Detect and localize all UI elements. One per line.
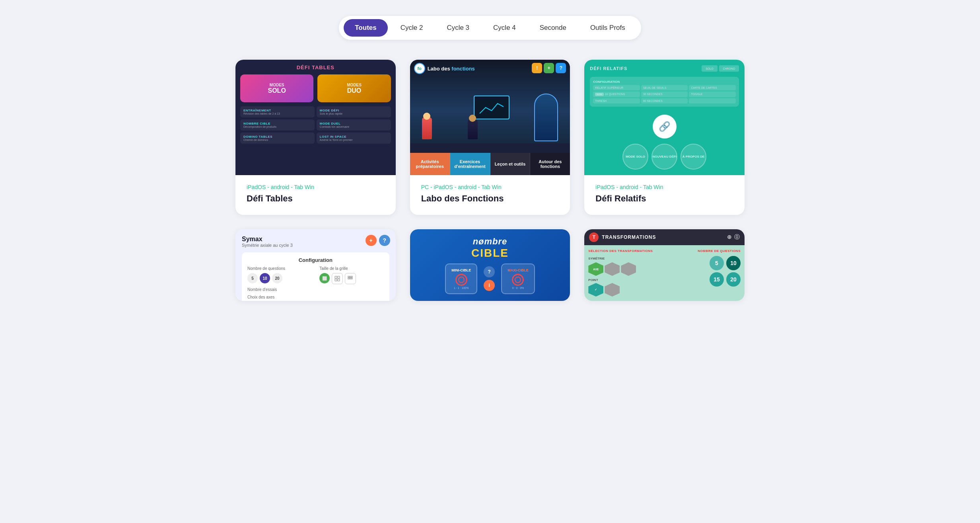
relatifs-config: CONFIGURATION RELATIF SUPÉRIEUR SEUIL DE… [590,77,739,107]
rel-mode-apropos[interactable]: À PROPOS DE [681,144,706,170]
config-cell-4: NON10 QUESTIONS [593,92,640,97]
grid-size-medium[interactable] [332,273,343,284]
solo-title: SOLO [268,87,286,94]
platforms-labo: PC - iPadOS - android - Tab Win [421,184,559,190]
relatifs-header: DÉFI RELATIFS SOLO CHRONO [590,65,739,72]
num-10[interactable]: 10 [726,256,741,270]
title-labo: Labo des Fonctions [421,193,559,204]
grid-size-active[interactable]: ⬜ [319,273,330,283]
mode-solo-card: MODES SOLO [240,74,313,102]
symax-plus-icon[interactable]: + [366,235,377,246]
nombre-cards-row: MINI-CIBLE 1 · 1 · 100% ? i MAXI-CIBLE [445,263,535,294]
card-defi-tables[interactable]: DÉFI TABLES MODES SOLO MODES DUO ENTRAÎN… [235,60,396,215]
tab-outils-profs[interactable]: Outils Profs [579,19,636,37]
link-icon: 🔗 [653,115,677,139]
transfo-title: TRANSFORMATIONS [602,234,656,240]
modes-row: MODES SOLO MODES DUO [240,74,391,102]
config-cell-8: 60 SECONDES [641,98,688,103]
transfo-icons: ⊕ ⓪ [727,234,740,241]
symax-config-row: Nombre de questions 5 10 20 Taille de la… [247,266,384,284]
svg-rect-0 [335,276,337,278]
thumbnail-labo: fo Labo des fonctions ! + ? [410,60,570,175]
card-labo-fonctions[interactable]: fo Labo des fonctions ! + ? [410,60,570,215]
nombre-title-block: nømbre CIBLE [471,236,509,260]
mini-cible-label: MINI-CIBLE [451,268,471,272]
config-cell-7: THRESH [593,98,640,103]
transfo-panel-right: NOMBRE DE QUESTIONS 5 10 15 20 [698,249,741,301]
thumbnail-symax: + ? Symax Symétrie axiale au cycle 3 Con… [235,229,396,301]
title-relatifs: Défi Relatifs [595,193,733,204]
mini-cible-card: MINI-CIBLE 1 · 1 · 100% [445,263,477,294]
card-body-relatifs: iPadOS - android - Tab Win Défi Relatifs [584,175,745,215]
labo-buttons-row: Activités préparatoires Exercices d'entr… [410,153,570,175]
labo-btn-autour[interactable]: Autour des fonctions [530,153,570,175]
labo-question-icon: ? [556,63,566,73]
labo-btn-lecon[interactable]: Leçon et outils [490,153,531,175]
config-cell-9 [689,98,736,103]
num-20[interactable]: 20 [726,272,741,287]
symax-questions-col: Nombre de questions 5 10 20 [247,266,311,284]
labo-btn-exercices[interactable]: Exercices d'entraînement [450,153,490,175]
symax-questions-label: Nombre de questions [247,266,311,271]
symax-config-box: Configuration Nombre de questions 5 10 2… [242,252,389,301]
defi-tables-header: DÉFI TABLES [240,64,391,70]
transfo-right-label: NOMBRE DE QUESTIONS [698,249,741,253]
card-defi-relatifs[interactable]: DÉFI RELATIFS SOLO CHRONO CONFIGURATION … [584,60,745,215]
symax-axes-label: Choix des axes [247,295,384,299]
symax-essais-label: Nombre d'essais [247,287,384,292]
option-domino: DOMINO TABLES Chemin de dominos [240,133,315,144]
svg-rect-5 [350,276,351,277]
transfo-panel-left: SÉLECTION DES TRANSFORMATIONS SYMÉTRIE A… [588,249,694,301]
title-defi-tables: Défi Tables [247,193,385,204]
symax-grid-col: Taille de la grille ⬜ [319,266,383,284]
transfo-t-icon: T [589,232,599,242]
nombre-top-title: nømbre [471,236,509,247]
svg-rect-1 [338,276,340,278]
transfo-plus-icon[interactable]: ⊕ [727,234,732,241]
filter-tabs: Toutes Cycle 2 Cycle 3 Cycle 4 Seconde O… [339,16,641,40]
thumbnail-defi-tables: DÉFI TABLES MODES SOLO MODES DUO ENTRAÎN… [235,60,396,175]
tab-toutes[interactable]: Toutes [344,19,387,37]
transfo-header: T TRANSFORMATIONS ⊕ ⓪ [584,229,745,245]
symax-icons: + ? [366,235,390,246]
tab-seconde[interactable]: Seconde [529,19,578,37]
platforms-defi-tables: iPadOS - android - Tab Win [247,184,385,190]
config-label: CONFIGURATION [593,80,736,84]
config-cell-3: CARTE DE CARTES [689,85,736,90]
option-10[interactable]: 10 [260,273,270,283]
num-row-2: 15 20 [710,272,741,287]
labo-btn-activites[interactable]: Activités préparatoires [410,153,450,175]
solo-label: MODES [270,83,284,87]
option-mode-duel: MODE DUEL Combats ton adversaire [317,119,391,131]
transfo-left-label: SÉLECTION DES TRANSFORMATIONS [588,249,694,253]
defi-tables-title: DÉFI TABLES [297,64,334,70]
mode-duo-card: MODES DUO [317,74,391,102]
transfo-question-icon[interactable]: ⓪ [734,234,740,241]
config-rows: RELATIF SUPÉRIEUR SEUIL DE SEUILS CARTE … [593,85,736,103]
grid-size-large[interactable] [345,273,356,284]
card-body-defi-tables: iPadOS - android - Tab Win Défi Tables [235,175,396,215]
card-transformations[interactable]: T TRANSFORMATIONS ⊕ ⓪ SÉLECTION DES TRAN… [584,229,745,301]
card-nombre-cible[interactable]: nømbre CIBLE MINI-CIBLE 1 · 1 · 100% ? [410,229,570,301]
platforms-relatifs: iPadOS - android - Tab Win [595,184,733,190]
transfo-content: SÉLECTION DES TRANSFORMATIONS SYMÉTRIE A… [584,245,745,301]
tab-cycle4[interactable]: Cycle 4 [482,19,527,37]
relatifs-center: 🔗 [653,115,677,139]
thumbnail-nombre: nømbre CIBLE MINI-CIBLE 1 · 1 · 100% ? [410,229,570,301]
config-cell-6: TOGGLE [689,92,736,97]
tab-cycle3[interactable]: Cycle 3 [436,19,480,37]
num-5[interactable]: 5 [710,256,724,270]
rel-mode-defi[interactable]: NOUVEAU DÉFI [651,144,677,170]
num-15[interactable]: 15 [710,272,724,287]
options-grid: ENTRAÎNEMENT Révision des tables de 2 à … [240,106,391,144]
symax-question-icon[interactable]: ? [379,235,390,246]
card-symax[interactable]: + ? Symax Symétrie axiale au cycle 3 Con… [235,229,396,301]
config-cell-1: RELATIF SUPÉRIEUR [593,85,640,90]
rel-mode-solo[interactable]: MODE SOLO [622,144,648,170]
option-5[interactable]: 5 [247,273,258,283]
maxi-cible-label: MAXI-CIBLE [508,268,529,272]
tab-cycle2[interactable]: Cycle 2 [389,19,434,37]
option-20[interactable]: 20 [272,273,282,283]
option-nombre-cible: NOMBRE CIBLE Décomposition de produits [240,119,315,131]
svg-rect-8 [350,278,351,279]
